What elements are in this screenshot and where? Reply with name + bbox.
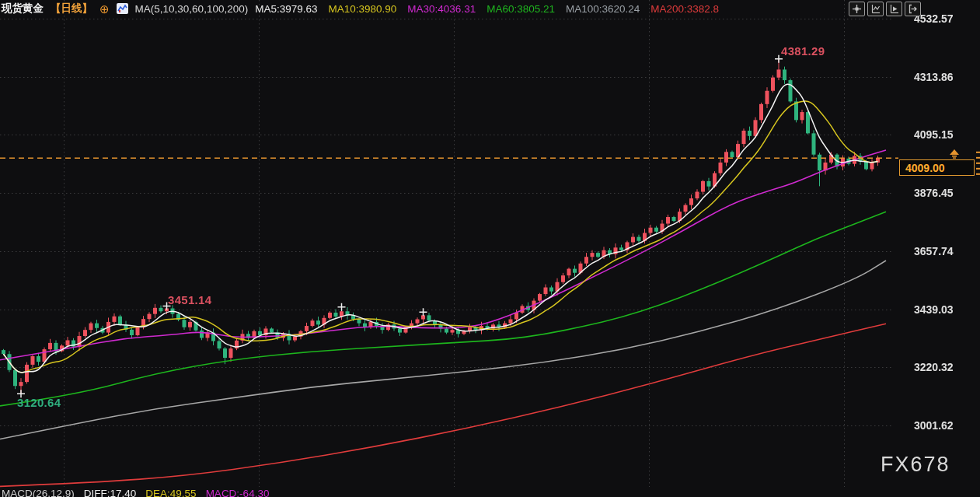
axis-label-3657.74: 3657.74 [914,245,978,257]
circle-plus-icon[interactable]: ⊕ [99,3,110,15]
period-label: 【日线】 [51,2,92,16]
last-price-tag: 4009.00 [899,159,975,176]
axis-label-3220.32: 3220.32 [914,361,978,373]
axis-label-3439.03: 3439.03 [914,303,978,316]
chart-play-icon[interactable] [886,2,902,16]
macd-indicator-row: MACD(26,12,9)DIFF:17.40DEA:49.55MACD:-64… [2,488,269,497]
ma-value-2: MA30:4036.31 [407,3,476,15]
ma-value-0: MA5:3979.63 [255,3,317,15]
ma-value-5: MA200:3382.8 [650,3,719,15]
exit-right-icon[interactable] [905,2,921,16]
macd-segment-1: DIFF:17.40 [84,488,137,497]
symbol-name: 现货黄金 [2,2,44,16]
move-crosshair-icon[interactable] [849,2,865,16]
chart-header: 现货黄金 【日线】 ⊕ MA(5,10,30,60,100,200) MA5:3… [2,2,719,16]
axis-label-3876.45: 3876.45 [914,187,978,199]
ma-group-label: MA(5,10,30,60,100,200) [135,3,249,15]
axis-label-3001.62: 3001.62 [914,419,978,432]
ma-value-1: MA10:3980.90 [329,3,397,15]
annotation-3120.64: 3120.64 [17,396,61,409]
macd-segment-3: MACD:-64.30 [206,488,270,497]
candlestick-chart-canvas[interactable] [0,0,980,497]
chart-toolbar [849,2,921,16]
annotation-4381.29: 4381.29 [781,44,825,58]
axis-label-4095.15: 4095.15 [914,128,978,141]
axis-label-4313.86: 4313.86 [914,71,978,83]
fx678-watermark: FX678 [881,453,950,477]
price-up-arrow-icon [947,148,961,162]
chart-axis-left-icon[interactable] [867,2,884,16]
ma-value-4: MA100:3620.24 [566,3,640,15]
macd-segment-0: MACD(26,12,9) [2,488,75,497]
trading-chart-window: { "header": { "symbol": "现货黄金", "period"… [0,0,980,497]
macd-segment-2: DEA:49.55 [145,488,196,497]
axis-label-4532.57: 4532.57 [914,12,978,25]
annotation-3451.14: 3451.14 [168,293,211,306]
indicator-chart-icon[interactable] [117,3,128,14]
ma-values: MA5:3979.63MA10:3980.90MA30:4036.31MA60:… [255,3,719,15]
ma-value-3: MA60:3805.21 [487,3,555,15]
